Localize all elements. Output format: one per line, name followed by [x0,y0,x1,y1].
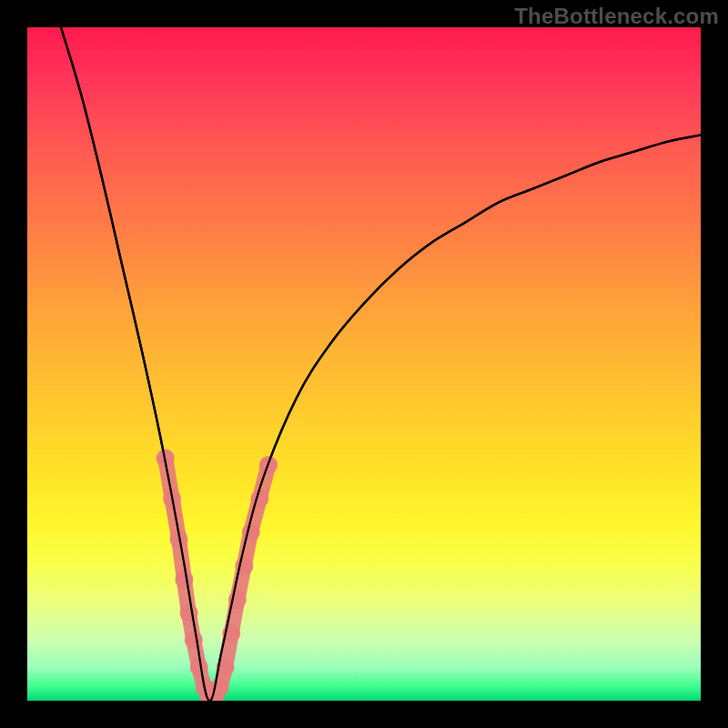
highlight-marker [175,571,193,589]
chart-svg [27,27,701,701]
highlight-marker [250,490,268,508]
highlight-marker [185,631,203,649]
watermark-text: TheBottleneck.com [514,4,719,29]
chart-frame: TheBottleneck.com [0,0,728,728]
bottleneck-curve [61,27,701,701]
plot-area [27,27,701,701]
bottleneck-curve-top [61,27,701,701]
highlight-marker [242,523,260,541]
highlight-marker [180,604,198,622]
